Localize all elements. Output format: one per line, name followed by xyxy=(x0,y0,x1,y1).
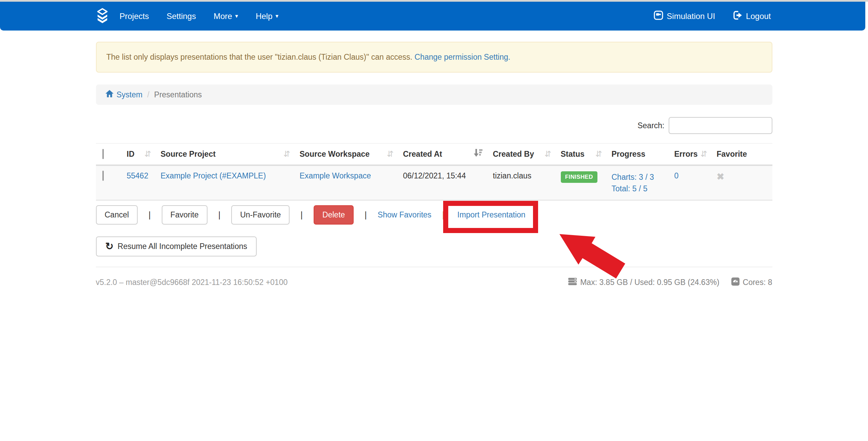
column-label: Status xyxy=(561,150,585,159)
source-project-link[interactable]: Example Project (#EXAMPLE) xyxy=(161,171,266,180)
select-all-checkbox[interactable] xyxy=(102,149,104,159)
column-label: Created By xyxy=(493,150,534,159)
cores-status: Cores: 8 xyxy=(731,277,772,288)
header-source-workspace[interactable]: Source Workspace ⇵ xyxy=(295,143,398,166)
nav-item-label: Logout xyxy=(746,12,771,21)
gauge-icon xyxy=(731,277,740,288)
nav-item-more[interactable]: More▾ xyxy=(214,12,238,21)
sort-icon: ⇵ xyxy=(595,149,602,159)
row-created-at-cell: 06/12/2021, 15:44 xyxy=(398,165,488,200)
column-label: ID xyxy=(127,150,135,159)
nav-item-logout[interactable]: Logout xyxy=(733,10,771,22)
show-favorites-link[interactable]: Show Favorites xyxy=(378,210,432,219)
nav-links: Projects Settings More▾ Help▾ xyxy=(120,12,279,21)
memory-status: Max: 3.85 GB / Used: 0.95 GB (24.63%) xyxy=(568,277,719,288)
column-label: Errors xyxy=(674,150,698,159)
separator: | xyxy=(149,210,151,220)
navbar: Projects Settings More▾ Help▾ Simulation… xyxy=(0,2,865,31)
search-input[interactable] xyxy=(669,117,772,134)
refresh-icon: ↻ xyxy=(105,242,114,251)
row-select-cell xyxy=(96,165,122,200)
progress-total-link[interactable]: Total: 5 / 5 xyxy=(612,184,648,193)
logout-icon xyxy=(733,10,743,22)
sort-desc-active-icon xyxy=(473,148,484,160)
permission-alert: The list only displays presentations tha… xyxy=(96,42,772,73)
actions-toolbar: Cancel | Favorite | Un-Favorite | Delete… xyxy=(96,205,772,225)
separator: | xyxy=(442,210,445,220)
nav-item-help[interactable]: Help▾ xyxy=(256,12,278,21)
breadcrumb-label: System xyxy=(117,90,143,99)
header-id[interactable]: ID ⇵ xyxy=(122,143,156,166)
nav-item-label: Help xyxy=(256,12,272,21)
source-workspace-link[interactable]: Example Workspace xyxy=(300,171,371,180)
delete-button[interactable]: Delete xyxy=(314,205,354,225)
row-errors-cell: 0 xyxy=(670,165,712,200)
presentation-id-link[interactable]: 55462 xyxy=(127,171,149,180)
separator: | xyxy=(218,210,221,220)
breadcrumb-system-link[interactable]: System xyxy=(105,90,143,100)
nav-item-projects[interactable]: Projects xyxy=(120,12,149,21)
footer-divider xyxy=(96,267,772,267)
change-permission-link[interactable]: Change permission Setting. xyxy=(415,53,511,61)
nav-item-simulation-ui[interactable]: Simulation UI xyxy=(653,10,715,22)
home-icon xyxy=(105,90,114,100)
column-label: Source Project xyxy=(161,150,216,159)
row-status-cell: FINISHED xyxy=(556,165,607,200)
sort-icon: ⇵ xyxy=(700,149,707,159)
chevron-down-icon: ▾ xyxy=(276,13,279,20)
resume-all-button[interactable]: ↻ Resume All Incomplete Presentations xyxy=(96,236,257,256)
progress-charts-link[interactable]: Charts: 3 / 3 xyxy=(612,173,654,181)
layers-icon xyxy=(95,8,110,25)
header-source-project[interactable]: Source Project ⇵ xyxy=(156,143,295,166)
header-progress: Progress xyxy=(607,143,670,166)
breadcrumb: System / Presentations xyxy=(96,84,772,105)
row-created-by-cell: tizian.claus xyxy=(488,165,556,200)
unfavorite-button[interactable]: Un-Favorite xyxy=(231,205,290,225)
row-favorite-cell: ✖ xyxy=(712,165,772,200)
search-row: Search: xyxy=(96,117,772,134)
presentations-table: ID ⇵ Source Project ⇵ Source Workspace ⇵… xyxy=(96,143,772,200)
header-errors[interactable]: Errors ⇵ xyxy=(670,143,712,166)
column-label: Created At xyxy=(403,150,442,159)
row-source-workspace-cell: Example Workspace xyxy=(295,165,398,200)
header-created-by[interactable]: Created By ⇵ xyxy=(488,143,556,166)
alert-text: The list only displays presentations tha… xyxy=(106,53,413,61)
header-created-at[interactable]: Created At xyxy=(398,143,488,166)
resume-row: ↻ Resume All Incomplete Presentations xyxy=(96,236,772,256)
import-presentation-wrap: Import Presentation xyxy=(455,210,528,219)
sort-icon: ⇵ xyxy=(144,149,151,159)
column-label: Favorite xyxy=(717,150,747,159)
errors-link[interactable]: 0 xyxy=(674,171,679,180)
column-label: Source Workspace xyxy=(300,150,370,159)
version-text: v5.2.0 – master@5dc9668f 2021-11-23 16:5… xyxy=(96,278,288,287)
sort-icon: ⇵ xyxy=(387,149,393,159)
cores-text: Cores: 8 xyxy=(743,278,772,287)
window-icon xyxy=(653,10,664,22)
nav-item-label: Settings xyxy=(166,12,196,21)
nav-item-settings[interactable]: Settings xyxy=(166,12,196,21)
sort-icon: ⇵ xyxy=(283,149,290,159)
search-label: Search: xyxy=(637,121,664,130)
memory-text: Max: 3.85 GB / Used: 0.95 GB (24.63%) xyxy=(580,278,719,287)
unfavorite-x-icon[interactable]: ✖ xyxy=(717,172,725,182)
nav-item-label: More xyxy=(214,12,232,21)
row-progress-cell: Charts: 3 / 3 Total: 5 / 5 xyxy=(607,165,670,200)
header-status[interactable]: Status ⇵ xyxy=(556,143,607,166)
page: Projects Settings More▾ Help▾ Simulation… xyxy=(0,0,868,441)
favorite-button[interactable]: Favorite xyxy=(162,205,208,225)
table-row: 55462 Example Project (#EXAMPLE) Example… xyxy=(96,165,772,200)
memory-icon xyxy=(568,277,577,288)
sort-icon: ⇵ xyxy=(544,149,551,159)
breadcrumb-separator: / xyxy=(147,90,149,99)
header-favorite: Favorite xyxy=(712,143,772,166)
status-badge: FINISHED xyxy=(561,171,598,183)
separator: | xyxy=(364,210,367,220)
table-header-row: ID ⇵ Source Project ⇵ Source Workspace ⇵… xyxy=(96,143,772,166)
separator: | xyxy=(300,210,303,220)
row-source-project-cell: Example Project (#EXAMPLE) xyxy=(156,165,295,200)
breadcrumb-current: Presentations xyxy=(154,90,202,99)
row-checkbox[interactable] xyxy=(102,171,104,181)
import-presentation-link[interactable]: Import Presentation xyxy=(457,210,526,219)
brand-logo[interactable] xyxy=(95,8,110,25)
cancel-button[interactable]: Cancel xyxy=(96,205,138,225)
